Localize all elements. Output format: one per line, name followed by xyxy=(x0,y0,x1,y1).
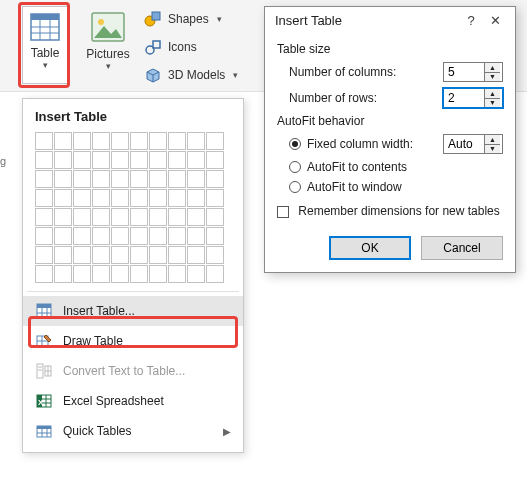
grid-cell[interactable] xyxy=(206,189,224,207)
grid-cell[interactable] xyxy=(54,208,72,226)
shapes-button[interactable]: Shapes ▾ xyxy=(144,8,238,30)
grid-cell[interactable] xyxy=(111,246,129,264)
grid-cell[interactable] xyxy=(187,170,205,188)
grid-cell[interactable] xyxy=(206,227,224,245)
fixed-width-input[interactable] xyxy=(444,135,484,153)
columns-spinner[interactable]: ▲▼ xyxy=(443,62,503,82)
grid-cell[interactable] xyxy=(35,208,53,226)
grid-cell[interactable] xyxy=(73,189,91,207)
spinner-up-icon[interactable]: ▲ xyxy=(485,63,500,73)
grid-cell[interactable] xyxy=(111,170,129,188)
grid-cell[interactable] xyxy=(206,151,224,169)
grid-cell[interactable] xyxy=(130,265,148,283)
grid-cell[interactable] xyxy=(149,151,167,169)
grid-cell[interactable] xyxy=(206,208,224,226)
grid-cell[interactable] xyxy=(54,189,72,207)
grid-cell[interactable] xyxy=(206,132,224,150)
rows-spinner[interactable]: ▲▼ xyxy=(443,88,503,108)
grid-cell[interactable] xyxy=(54,170,72,188)
icons-button[interactable]: Icons xyxy=(144,36,238,58)
grid-cell[interactable] xyxy=(168,246,186,264)
grid-cell[interactable] xyxy=(149,265,167,283)
grid-cell[interactable] xyxy=(168,170,186,188)
grid-cell[interactable] xyxy=(73,151,91,169)
spinner-down-icon[interactable]: ▼ xyxy=(485,99,500,108)
grid-cell[interactable] xyxy=(149,189,167,207)
spinner-up-icon[interactable]: ▲ xyxy=(485,89,500,99)
grid-cell[interactable] xyxy=(168,208,186,226)
grid-cell[interactable] xyxy=(168,151,186,169)
grid-cell[interactable] xyxy=(130,227,148,245)
grid-cell[interactable] xyxy=(187,189,205,207)
grid-cell[interactable] xyxy=(206,265,224,283)
grid-cell[interactable] xyxy=(54,132,72,150)
grid-cell[interactable] xyxy=(54,246,72,264)
grid-cell[interactable] xyxy=(73,170,91,188)
grid-cell[interactable] xyxy=(111,265,129,283)
table-size-grid[interactable] xyxy=(35,132,231,283)
columns-input[interactable] xyxy=(444,63,484,81)
grid-cell[interactable] xyxy=(149,246,167,264)
grid-cell[interactable] xyxy=(187,246,205,264)
grid-cell[interactable] xyxy=(187,227,205,245)
grid-cell[interactable] xyxy=(111,208,129,226)
grid-cell[interactable] xyxy=(35,265,53,283)
fixed-width-radio[interactable] xyxy=(289,138,301,150)
grid-cell[interactable] xyxy=(130,151,148,169)
spinner-down-icon[interactable]: ▼ xyxy=(485,73,500,82)
grid-cell[interactable] xyxy=(130,170,148,188)
spinner-down-icon[interactable]: ▼ xyxy=(485,145,500,154)
grid-cell[interactable] xyxy=(206,246,224,264)
grid-cell[interactable] xyxy=(111,151,129,169)
grid-cell[interactable] xyxy=(130,208,148,226)
grid-cell[interactable] xyxy=(187,132,205,150)
autofit-contents-radio[interactable] xyxy=(289,161,301,173)
grid-cell[interactable] xyxy=(73,265,91,283)
grid-cell[interactable] xyxy=(35,132,53,150)
pictures-ribbon-button[interactable]: Pictures ▾ xyxy=(80,6,136,84)
menu-quick-tables[interactable]: Quick Tables ▶ xyxy=(23,416,243,446)
grid-cell[interactable] xyxy=(54,265,72,283)
grid-cell[interactable] xyxy=(168,227,186,245)
grid-cell[interactable] xyxy=(92,246,110,264)
grid-cell[interactable] xyxy=(111,189,129,207)
menu-draw-table[interactable]: Draw Table xyxy=(23,326,243,356)
grid-cell[interactable] xyxy=(35,246,53,264)
grid-cell[interactable] xyxy=(168,265,186,283)
spinner-up-icon[interactable]: ▲ xyxy=(485,135,500,145)
grid-cell[interactable] xyxy=(187,151,205,169)
menu-insert-table[interactable]: Insert Table... xyxy=(23,296,243,326)
grid-cell[interactable] xyxy=(35,189,53,207)
rows-input[interactable] xyxy=(444,89,484,107)
grid-cell[interactable] xyxy=(54,151,72,169)
grid-cell[interactable] xyxy=(130,246,148,264)
grid-cell[interactable] xyxy=(168,132,186,150)
grid-cell[interactable] xyxy=(187,208,205,226)
3d-models-button[interactable]: 3D Models ▾ xyxy=(144,64,238,86)
grid-cell[interactable] xyxy=(92,170,110,188)
ok-button[interactable]: OK xyxy=(329,236,411,260)
grid-cell[interactable] xyxy=(92,151,110,169)
remember-checkbox[interactable] xyxy=(277,206,289,218)
grid-cell[interactable] xyxy=(92,189,110,207)
grid-cell[interactable] xyxy=(187,265,205,283)
grid-cell[interactable] xyxy=(54,227,72,245)
grid-cell[interactable] xyxy=(73,246,91,264)
grid-cell[interactable] xyxy=(92,208,110,226)
grid-cell[interactable] xyxy=(168,189,186,207)
grid-cell[interactable] xyxy=(35,170,53,188)
grid-cell[interactable] xyxy=(73,227,91,245)
grid-cell[interactable] xyxy=(73,208,91,226)
table-ribbon-button[interactable]: Table ▾ xyxy=(22,6,68,84)
grid-cell[interactable] xyxy=(111,227,129,245)
cancel-button[interactable]: Cancel xyxy=(421,236,503,260)
grid-cell[interactable] xyxy=(111,132,129,150)
grid-cell[interactable] xyxy=(130,189,148,207)
grid-cell[interactable] xyxy=(35,227,53,245)
grid-cell[interactable] xyxy=(206,170,224,188)
close-button[interactable]: ✕ xyxy=(483,13,507,28)
grid-cell[interactable] xyxy=(92,227,110,245)
grid-cell[interactable] xyxy=(149,208,167,226)
help-button[interactable]: ? xyxy=(459,13,483,28)
grid-cell[interactable] xyxy=(35,151,53,169)
